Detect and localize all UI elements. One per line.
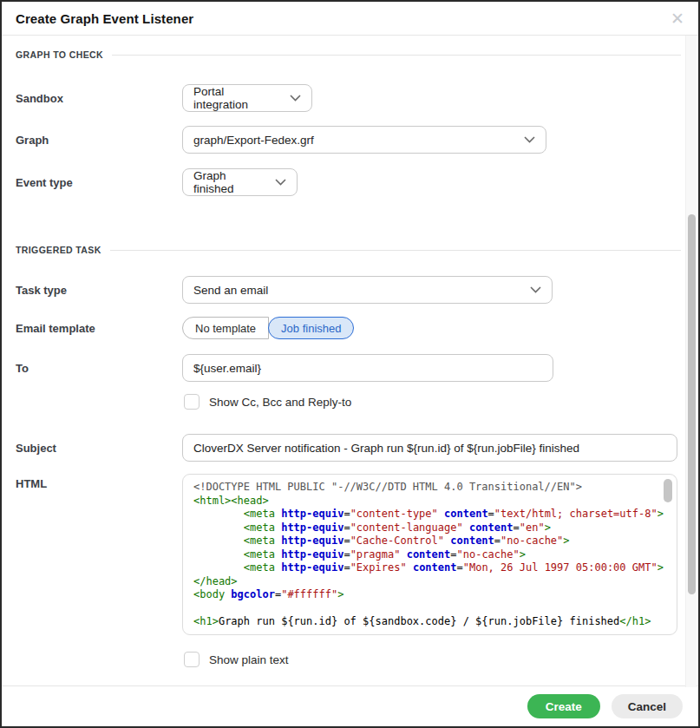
to-input[interactable] (182, 354, 553, 382)
task-type-label: Task type (16, 284, 182, 297)
chevron-down-icon (524, 136, 535, 143)
section-title: GRAPH TO CHECK (16, 49, 103, 60)
dialog-body: GRAPH TO CHECK Sandbox Portal integratio… (2, 36, 698, 667)
email-template-toggle: No template Job finished (182, 317, 354, 339)
field-row-event-type: Event type Graph finished (16, 168, 684, 196)
cancel-button[interactable]: Cancel (612, 694, 683, 718)
task-type-select[interactable]: Send an email (182, 276, 553, 304)
job-finished-option[interactable]: Job finished (268, 317, 354, 339)
code-line: <body bgcolor="#ffffff"> (193, 588, 666, 602)
section-triggered-task: TRIGGERED TASK (16, 245, 684, 255)
plain-text-checkbox-row: Show plain text (16, 652, 684, 667)
field-row-sandbox: Sandbox Portal integration (16, 84, 684, 112)
code-line: <meta http-equiv="content-language" cont… (193, 521, 666, 535)
to-label: To (16, 362, 182, 375)
email-template-label: Email template (16, 322, 182, 335)
sandbox-selected-value: Portal integration (193, 85, 279, 111)
create-graph-event-listener-dialog: Create Graph Event Listener ✕ GRAPH TO C… (0, 0, 700, 728)
subject-label: Subject (16, 442, 182, 455)
code-line: <meta http-equiv="Cache-Control" content… (193, 535, 666, 548)
event-type-select[interactable]: Graph finished (182, 168, 298, 196)
code-line: <meta http-equiv="pragma" content="no-ca… (193, 548, 666, 562)
show-plain-text-checkbox[interactable] (184, 652, 200, 667)
sandbox-label: Sandbox (16, 92, 182, 105)
section-divider (110, 250, 681, 251)
field-row-to: To (16, 354, 684, 382)
graph-label: Graph (16, 134, 182, 147)
code-line (193, 602, 666, 616)
no-template-option[interactable]: No template (182, 317, 269, 339)
show-cc-checkbox-label: Show Cc, Bcc and Reply-to (209, 396, 351, 409)
code-line: <html><head> (193, 495, 666, 508)
event-type-selected-value: Graph finished (193, 169, 265, 195)
code-line: <meta http-equiv="Expires" content="Mon,… (193, 561, 666, 575)
field-row-html: HTML <!DOCTYPE HTML PUBLIC "-//W3C//DTD … (16, 474, 684, 635)
code-line: <!DOCTYPE HTML PUBLIC "-//W3C//DTD HTML … (193, 481, 666, 495)
close-icon[interactable]: ✕ (671, 10, 684, 27)
field-row-graph: Graph graph/Export-Fedex.grf (16, 126, 684, 154)
code-line: </head> (193, 575, 666, 589)
section-title: TRIGGERED TASK (16, 245, 101, 255)
show-plain-text-checkbox-label: Show plain text (209, 653, 289, 666)
show-cc-checkbox[interactable] (184, 394, 200, 410)
task-type-selected-value: Send an email (193, 284, 268, 297)
html-label: HTML (16, 474, 182, 490)
subject-input[interactable] (182, 434, 677, 462)
html-code-editor[interactable]: <!DOCTYPE HTML PUBLIC "-//W3C//DTD HTML … (182, 474, 677, 635)
field-row-task-type: Task type Send an email (16, 276, 684, 304)
chevron-down-icon (530, 286, 541, 293)
code-content[interactable]: <!DOCTYPE HTML PUBLIC "-//W3C//DTD HTML … (183, 475, 677, 635)
chevron-down-icon (290, 95, 301, 102)
graph-select[interactable]: graph/Export-Fedex.grf (182, 126, 546, 154)
field-row-subject: Subject (16, 434, 684, 462)
sandbox-select[interactable]: Portal integration (182, 84, 312, 112)
chevron-down-icon (275, 179, 286, 186)
code-line: <h1>Graph run ${run.id} of ${sandbox.cod… (193, 615, 666, 629)
event-type-label: Event type (16, 176, 182, 189)
section-graph-to-check: GRAPH TO CHECK (16, 49, 684, 60)
field-row-email-template: Email template No template Job finished (16, 317, 684, 339)
section-divider (112, 55, 681, 56)
editor-scrollbar-thumb[interactable] (664, 479, 672, 502)
page-scrollbar[interactable] (685, 36, 697, 687)
cc-bcc-checkbox-row: Show Cc, Bcc and Reply-to (16, 394, 684, 410)
create-button[interactable]: Create (527, 694, 600, 718)
dialog-header: Create Graph Event Listener ✕ (2, 2, 698, 36)
dialog-footer: Create Cancel (2, 685, 698, 726)
code-line: <meta http-equiv="content-type" content=… (193, 508, 666, 521)
page-title: Create Graph Event Listener (16, 11, 193, 26)
graph-selected-value: graph/Export-Fedex.grf (193, 134, 314, 147)
page-scrollbar-thumb[interactable] (688, 214, 696, 594)
